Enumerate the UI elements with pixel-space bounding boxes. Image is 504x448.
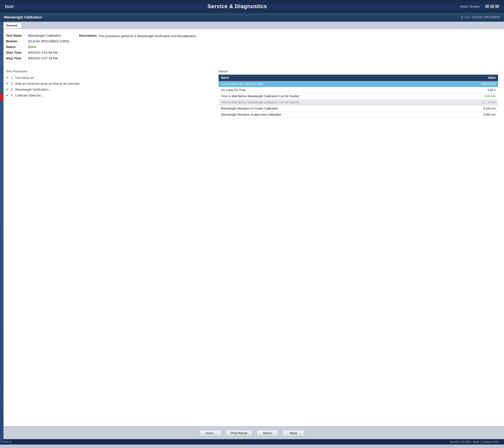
info-right: Description This procedure performs a Wa…	[79, 34, 498, 62]
row-value-4: 0 ... 0 min	[444, 99, 498, 106]
result-table: Name Value Accumulated UV Lamp On-Time 1…	[218, 75, 498, 118]
result-panel: Result Name Value Accumulated UV Lamp On…	[218, 69, 498, 118]
table-row[interactable]: Wavelength Deviation of alpha line Calib…	[218, 112, 498, 118]
close-button[interactable]	[495, 5, 499, 8]
row-value-6: 0.000 nm	[444, 112, 498, 118]
procedure-step-3: ✔ 3. Wavelength Verification...	[6, 87, 213, 91]
tab-general[interactable]: General	[2, 23, 21, 28]
step-num-1: 1.	[11, 76, 14, 79]
content-panel: Test Name Wavelength Calibration Module …	[0, 28, 504, 426]
step-num-2: 2.	[11, 82, 14, 85]
module-value: G1314A:JP92108924 (VWD)	[28, 39, 69, 43]
stop-time-label: Stop Time	[6, 56, 28, 60]
left-nav-strip	[0, 22, 3, 443]
app-title: Service & Diagnostics	[207, 3, 267, 10]
lower-section: Test Procedure ✔ 1. Turn lamp on ✔ 2. Wa…	[6, 69, 498, 118]
module-label: Module	[6, 39, 28, 43]
row-name-5: Wavelength Deviation of 0-order Calibrat…	[218, 106, 444, 112]
status-label: Status	[6, 45, 28, 49]
status-value: Done	[28, 45, 36, 49]
row-value-2: 1.44 h	[444, 87, 498, 93]
procedure-step-4: ✔ 4. Calibrate Detector...	[6, 93, 213, 97]
status-version: Version 2.15.386 – Basic | Licenses 4/10…	[450, 440, 502, 443]
stop-time-value: 6/9/2013 4:07:18 AM	[28, 56, 58, 60]
table-row[interactable]: Time to Wait Before Wavelength Calibrati…	[218, 93, 498, 99]
tab-bar: General	[0, 22, 504, 28]
test-name-label: Test Name	[6, 34, 28, 37]
description-text: This procedure performs a Wavelength Ver…	[98, 34, 197, 39]
step-text-3: Wavelength Verification...	[15, 88, 51, 91]
test-name-row: Test Name Wavelength Calibration	[6, 34, 69, 37]
row-value-5: 0.100 nm	[444, 106, 498, 112]
info-left: Test Name Wavelength Calibration Module …	[6, 34, 69, 62]
title-bar: isor Service & Diagnostics Basic Version	[0, 0, 504, 13]
row-name-4: Time to Wait Before Wavelength Calibrati…	[218, 99, 444, 106]
module-row: Module G1314A:JP92108924 (VWD)	[6, 39, 69, 43]
breadcrumb-path: lc » lc » G1314A:JP92108924	[461, 16, 500, 19]
rerun-button[interactable]: Rerun	[256, 430, 279, 436]
procedure-panel: Test Procedure ✔ 1. Turn lamp on ✔ 2. Wa…	[6, 69, 213, 118]
print-result-button[interactable]: Print Result	[225, 430, 252, 436]
row-name-3: Time to Wait Before Wavelength Calibrati…	[218, 93, 444, 99]
step-text-4: Calibrate Detector...	[15, 93, 43, 97]
check-icon-2: ✔	[6, 81, 9, 85]
minimize-button[interactable]	[485, 5, 489, 8]
description-label: Description	[79, 34, 97, 37]
more-button[interactable]: more...	[199, 430, 221, 436]
left-nav-indicator	[0, 93, 3, 100]
row-name-2: UV Lamp On-Time	[218, 87, 444, 93]
check-icon-3: ✔	[6, 87, 9, 91]
step-num-4: 4.	[11, 93, 14, 97]
table-row[interactable]: Time to Wait Before Wavelength Calibrati…	[218, 99, 498, 106]
app-name: isor	[5, 4, 14, 9]
result-title: Result	[218, 69, 498, 73]
table-row[interactable]: UV Lamp On-Time 1.44 h	[218, 87, 498, 93]
procedure-title: Test Procedure	[6, 69, 213, 73]
row-value-1: 17603.03 h	[444, 81, 498, 87]
stop-time-row: Stop Time 6/9/2013 4:07:18 AM	[6, 56, 69, 60]
start-time-value: 6/9/2013 3:51:58 AM	[28, 51, 58, 55]
check-icon-1: ✔	[6, 75, 9, 79]
row-value-3: 0.00 min	[444, 93, 498, 99]
table-header-row: Name Value	[218, 75, 498, 81]
col-name-header: Name	[218, 75, 444, 81]
version-label: Basic Version	[460, 5, 480, 8]
window-controls	[485, 5, 499, 8]
step-text-2: Wait for minimum lamp on time to be reac…	[15, 82, 79, 85]
status-bar: .254.11 Version 2.15.386 – Basic | Licen…	[0, 439, 504, 445]
breadcrumb-bar: Wavelength Calibration lc » lc » G1314A:…	[0, 13, 504, 22]
table-row[interactable]: Wavelength Deviation of 0-order Calibrat…	[218, 106, 498, 112]
info-section: Test Name Wavelength Calibration Module …	[6, 34, 498, 62]
test-name-value: Wavelength Calibration	[28, 34, 61, 37]
page-title: Wavelength Calibration	[4, 15, 42, 19]
step-text-1: Turn lamp on	[15, 76, 34, 79]
start-time-row: Start Time 6/9/2013 3:51:58 AM	[6, 51, 69, 55]
status-ip: .254.11	[2, 440, 12, 443]
footer-bar: more... Print Result Rerun Back	[0, 426, 504, 439]
check-icon-4: ✔	[6, 93, 9, 97]
step-num-3: 3.	[11, 88, 14, 91]
start-time-label: Start Time	[6, 51, 28, 55]
main-area: General Test Name Wavelength Calibration…	[0, 22, 504, 439]
col-value-header: Value	[444, 75, 498, 81]
row-name-1: Accumulated UV Lamp On-Time	[218, 81, 444, 87]
status-row: Status Done	[6, 45, 69, 49]
back-button[interactable]: Back	[283, 430, 305, 436]
row-name-6: Wavelength Deviation of alpha line Calib…	[218, 112, 444, 118]
table-row[interactable]: Accumulated UV Lamp On-Time 17603.03 h	[218, 81, 498, 87]
maximize-button[interactable]	[490, 5, 494, 8]
procedure-step-2: ✔ 2. Wait for minimum lamp on time to be…	[6, 81, 213, 85]
procedure-step-1: ✔ 1. Turn lamp on	[6, 75, 213, 79]
